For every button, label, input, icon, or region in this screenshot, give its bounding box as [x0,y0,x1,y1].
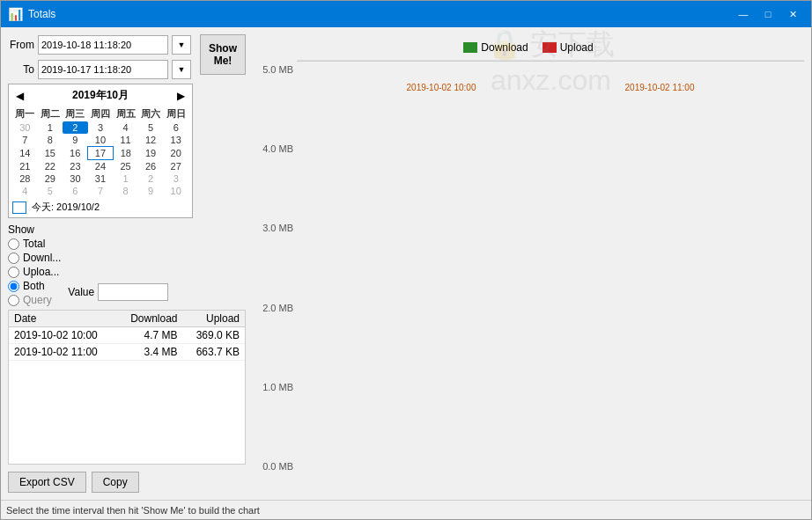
value-input[interactable] [98,283,168,301]
cal-day-cell[interactable]: 6 [163,121,188,134]
cal-day-cell[interactable]: 1 [113,172,138,185]
total-label: Total [23,238,45,250]
radio-section: Show Total Downl... Uploa... [8,223,61,306]
today-box-icon [12,201,26,214]
cal-day-cell[interactable]: 12 [138,134,164,147]
cal-day-cell[interactable]: 18 [113,147,138,160]
export-csv-button[interactable]: Export CSV [8,472,86,493]
cal-day-cell[interactable]: 4 [12,185,38,197]
cal-day-cell[interactable]: 21 [12,160,38,173]
table-cell-download: 3.4 MB [117,344,183,361]
query-label: Query [23,294,52,306]
y-axis-label: 3.0 MB [262,223,293,233]
cal-day-header: 周二 [38,106,63,121]
cal-day-cell[interactable]: 25 [113,160,138,173]
close-button[interactable]: ✕ [781,5,804,23]
cal-day-cell[interactable]: 8 [113,185,138,197]
data-table: Date Download Upload 2019-10-02 10:004.7… [9,311,245,361]
cal-day-cell[interactable]: 31 [88,172,114,185]
upload-legend-color [543,42,557,53]
cal-day-cell[interactable]: 23 [63,160,88,173]
x-axis-label: 2019-10-02 10:00 [332,83,550,92]
cal-day-cell[interactable]: 2 [63,121,88,134]
cal-day-cell[interactable]: 26 [138,160,164,173]
bottom-btn-row: Export CSV Copy [8,472,246,493]
copy-button[interactable]: Copy [92,472,139,493]
y-axis-label: 5.0 MB [262,64,293,75]
both-radio[interactable] [8,281,19,292]
table-cell-download: 4.7 MB [117,327,183,344]
cal-day-cell[interactable]: 7 [12,134,38,147]
chart-inner: 🔒 安下载anxz.com [297,61,804,62]
cal-next-btn[interactable]: ▶ [173,90,188,102]
y-axis: 5.0 MB4.0 MB3.0 MB2.0 MB1.0 MB0.0 MB [253,61,297,493]
download-legend-color [463,42,477,53]
table-cell-upload: 663.7 KB [183,344,245,361]
cal-day-cell[interactable]: 22 [38,160,63,173]
total-radio-row: Total [8,238,61,250]
show-me-button[interactable]: Show Me! [200,34,246,75]
legend-upload: Upload [543,41,594,54]
y-axis-label: 4.0 MB [262,143,293,154]
cal-day-cell[interactable]: 13 [163,134,188,147]
cal-week-row: 28293031123 [12,172,188,185]
cal-day-cell[interactable]: 20 [163,147,188,160]
to-calendar-btn[interactable]: ▼ [172,60,191,79]
cal-day-cell[interactable]: 15 [38,147,63,160]
cal-day-cell[interactable]: 7 [88,185,114,197]
x-axis-labels: 2019-10-02 10:002019-10-02 11:00 [297,83,804,92]
cal-day-cell[interactable]: 16 [63,147,88,160]
query-radio-row: Query [8,294,61,306]
cal-day-cell[interactable]: 3 [88,121,114,134]
y-axis-label: 0.0 MB [262,461,293,472]
grid-line-4 [298,60,804,61]
total-radio[interactable] [8,238,19,250]
table-body: 2019-10-02 10:004.7 MB369.0 KB2019-10-02… [9,327,245,361]
cal-day-cell[interactable]: 17 [88,147,114,160]
cal-day-cell[interactable]: 3 [163,172,188,185]
table-cell-upload: 369.0 KB [183,327,245,344]
table-header-row: Date Download Upload [9,311,245,327]
from-calendar-btn[interactable]: ▼ [172,35,191,55]
status-text: Select the time interval then hit 'Show … [6,505,260,516]
from-input[interactable] [38,35,168,55]
cal-day-cell[interactable]: 24 [88,160,114,173]
download-label: Downl... [23,252,61,264]
table-row: 2019-10-02 11:003.4 MB663.7 KB [9,344,245,361]
y-axis-label: 1.0 MB [262,382,293,392]
cal-day-cell[interactable]: 19 [138,147,164,160]
cal-day-cell[interactable]: 5 [138,121,164,134]
cal-week-row: 21222324252627 [12,160,188,173]
minimize-button[interactable]: — [732,5,755,23]
cal-day-cell[interactable]: 14 [12,147,38,160]
cal-day-header: 周一 [12,106,38,121]
cal-day-cell[interactable]: 29 [38,172,63,185]
query-radio[interactable] [8,295,19,306]
today-label: 今天: 2019/10/2 [32,201,100,214]
show-label: Show [8,223,34,236]
cal-day-cell[interactable]: 10 [88,134,114,147]
cal-day-cell[interactable]: 30 [12,121,38,134]
cal-day-cell[interactable]: 27 [163,160,188,173]
cal-day-cell[interactable]: 11 [113,134,138,147]
chart-panel: Download Upload 5.0 MB4.0 MB3.0 MB2.0 MB… [253,34,804,493]
cal-day-cell[interactable]: 28 [12,172,38,185]
upload-radio[interactable] [8,267,19,278]
maximize-button[interactable]: □ [757,5,779,23]
cal-day-cell[interactable]: 5 [38,185,63,197]
cal-day-cell[interactable]: 10 [163,185,188,197]
download-radio[interactable] [8,253,19,264]
cal-day-cell[interactable]: 1 [38,121,63,134]
title-bar: 📊 Totals — □ ✕ [1,1,811,27]
cal-day-cell[interactable]: 4 [113,121,138,134]
cal-day-cell[interactable]: 8 [38,134,63,147]
cal-day-cell[interactable]: 6 [63,185,88,197]
cal-day-cell[interactable]: 9 [138,185,164,197]
cal-day-cell[interactable]: 9 [63,134,88,147]
to-input[interactable] [38,60,168,79]
col-upload: Upload [183,311,245,327]
cal-day-cell[interactable]: 2 [138,172,164,185]
cal-prev-btn[interactable]: ◀ [12,90,27,102]
download-legend-label: Download [481,41,528,54]
cal-day-cell[interactable]: 30 [63,172,88,185]
